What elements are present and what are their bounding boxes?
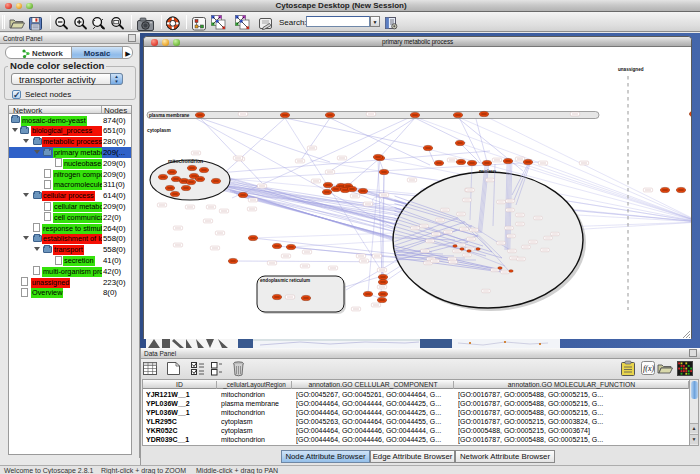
svg-text:mitochondrion: mitochondrion [168, 158, 203, 164]
svg-text:f(x): f(x) [643, 364, 654, 373]
svg-text:unassigned: unassigned [618, 67, 644, 72]
svg-text:endoplasmic reticulum: endoplasmic reticulum [260, 278, 310, 283]
svg-text:cytoplasm: cytoplasm [147, 128, 171, 133]
svg-text:plasma membrane: plasma membrane [149, 113, 190, 118]
